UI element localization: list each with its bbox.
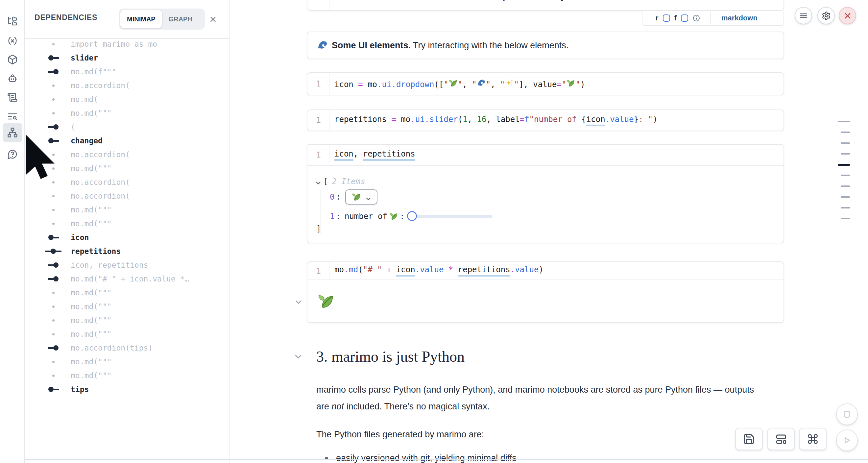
collapse-chevron-icon[interactable] — [294, 298, 303, 306]
minimap-item[interactable]: mo.md(""" — [25, 327, 229, 341]
minimap-item[interactable]: mo.md(""" — [25, 106, 229, 120]
code-line[interactable]: repetitions = mo.ui.slider(1, 16, label=… — [330, 115, 658, 126]
minimap-item[interactable]: slider — [25, 51, 229, 65]
tab-minimap[interactable]: MINIMAP — [120, 10, 162, 28]
minimap-item[interactable]: mo.accordion( — [25, 79, 229, 92]
slider-track[interactable] — [411, 215, 493, 218]
item-index: 1 — [330, 212, 334, 221]
section-collapse-chevron-icon[interactable] — [294, 352, 302, 361]
play-button[interactable] — [836, 429, 858, 451]
format-checkbox[interactable] — [681, 14, 688, 22]
line-number: 1 — [307, 110, 330, 130]
sidebar-file-tree-icon[interactable] — [3, 11, 22, 31]
code-cell-dropdown[interactable]: 1 icon = mo.ui.dropdown(["", "", ""], va… — [307, 72, 784, 95]
minimap-item[interactable]: mo.md( — [25, 92, 229, 106]
minimap-item[interactable]: mo.accordion(tips) — [25, 341, 229, 355]
menu-button[interactable] — [795, 7, 812, 24]
code-cell-md-output[interactable]: 1 mo.md("# " + icon.value * repetitions.… — [307, 261, 784, 323]
cell-marker-dot — [44, 223, 62, 225]
minimap-item-label: mo.accordion( — [71, 150, 130, 159]
outline-marker[interactable] — [841, 131, 850, 133]
minimap-item-label: mo.md(""" — [71, 330, 112, 338]
minimap-item[interactable]: mo.md(""" — [25, 286, 229, 300]
minimap-item-label: mo.md(""" — [71, 371, 112, 380]
shutdown-button[interactable] — [839, 7, 856, 24]
code-line[interactable]: Some UI elements.** Try interacting with… — [330, 0, 683, 11]
bottom-divider — [25, 459, 868, 460]
code-cell-tuple[interactable]: 1 icon, repetitions [ 2 Items 0 : 1 : — [307, 144, 784, 243]
minimap-item[interactable]: repetitions — [25, 244, 229, 258]
code-line[interactable]: icon = mo.ui.dropdown(["", "", ""], valu… — [330, 79, 585, 89]
sidebar-snippets-icon[interactable] — [3, 88, 22, 107]
tab-graph[interactable]: GRAPH — [162, 10, 199, 28]
sidebar-ai-assistant-icon[interactable] — [3, 69, 22, 88]
code-row: 1 mo.md("# " + icon.value * repetitions.… — [307, 262, 783, 280]
minimap-item[interactable]: mo.md(f""" — [25, 65, 229, 79]
info-icon[interactable] — [692, 14, 700, 22]
reactive-checkbox[interactable] — [663, 14, 670, 22]
output-text: Some UI elements. Try interacting with t… — [332, 40, 568, 51]
code-line[interactable]: icon, repetitions — [330, 149, 415, 161]
line-number: 1 — [307, 145, 330, 165]
minimap-item[interactable]: mo.accordion( — [25, 175, 229, 189]
outline-marker[interactable] — [838, 121, 850, 122]
minimap-item[interactable]: mo.md(""" — [25, 161, 229, 175]
minimap-item[interactable]: ( — [25, 120, 229, 134]
close-panel-button[interactable] — [208, 14, 219, 25]
minimap-item[interactable]: mo.accordion( — [25, 148, 229, 161]
outline-marker[interactable] — [841, 218, 850, 219]
outline-marker[interactable] — [841, 196, 850, 198]
outline-marker[interactable] — [841, 175, 850, 176]
outline-marker[interactable] — [841, 207, 850, 209]
code-row: 1 icon, repetitions — [307, 145, 783, 166]
markdown-output: Some UI elements. Try interacting with t… — [307, 32, 784, 59]
code-row: 1 repetitions = mo.ui.slider(1, 16, labe… — [307, 110, 783, 130]
command-button[interactable] — [799, 428, 827, 450]
minimap-item-label: tips — [71, 385, 89, 394]
cell-marker-in — [44, 345, 62, 350]
minimap-item[interactable]: icon, repetitions — [25, 258, 229, 272]
cell-marker-out — [44, 138, 62, 143]
icon-dropdown-select[interactable] — [345, 189, 377, 205]
minimap-item[interactable]: mo.md(""" — [25, 217, 229, 230]
slider-knob[interactable] — [407, 211, 417, 221]
open-bracket: [ — [323, 177, 328, 186]
minimap-item[interactable]: mo.md(""" — [25, 355, 229, 369]
list-item: easily versioned with git, yielding mini… — [325, 453, 517, 463]
sidebar-help-icon[interactable] — [3, 145, 22, 164]
markdown-code-cell-cut[interactable]: 1 Some UI elements.** Try interacting wi… — [307, 0, 784, 11]
minimap-item-label: mo.md(""" — [71, 302, 112, 311]
cell-marker-in — [44, 69, 62, 74]
minimap-item[interactable]: mo.md("# " + icon.value *… — [25, 272, 229, 286]
code-line[interactable]: mo.md("# " + icon.value * repetitions.va… — [330, 265, 544, 277]
code-cell-slider[interactable]: 1 repetitions = mo.ui.slider(1, 16, labe… — [307, 110, 784, 131]
settings-button[interactable] — [817, 7, 835, 24]
minimap-item[interactable]: mo.accordion( — [25, 189, 229, 203]
view-toggle: MINIMAP GRAPH — [119, 8, 205, 30]
language-label-markdown[interactable]: markdown — [721, 14, 757, 22]
sidebar-packages-icon[interactable] — [3, 50, 22, 69]
outline-marker[interactable] — [841, 153, 850, 155]
sidebar-variables-icon[interactable] — [3, 31, 22, 50]
minimap-item[interactable]: mo.md(""" — [25, 300, 229, 313]
minimap-item[interactable]: icon — [25, 230, 229, 244]
save-button[interactable] — [735, 428, 763, 450]
outline-marker[interactable] — [841, 143, 850, 144]
minimap-item-label: ( — [71, 123, 75, 131]
minimap-item[interactable]: tips — [25, 382, 229, 396]
minimap-item[interactable]: changed — [25, 134, 229, 148]
outline-marker-active[interactable] — [838, 164, 850, 166]
line-number: 1 — [307, 0, 330, 11]
outline-marker[interactable] — [841, 185, 850, 187]
stop-button[interactable] — [836, 403, 858, 425]
minimap-item[interactable]: mo.md(""" — [25, 369, 229, 382]
minimap-item[interactable]: mo.md(""" — [25, 313, 229, 327]
chevron-down-icon[interactable] — [315, 179, 321, 184]
cell-marker-dot — [44, 306, 62, 308]
minimap-item[interactable]: import marimo as mo — [25, 37, 229, 51]
leaf-emoji — [389, 212, 398, 220]
sidebar-dependencies-icon[interactable] — [3, 123, 22, 142]
minimap-item[interactable]: mo.md(""" — [25, 203, 229, 217]
layout-button[interactable] — [767, 428, 795, 450]
tree-item-1: 1 : number of : — [330, 211, 493, 222]
